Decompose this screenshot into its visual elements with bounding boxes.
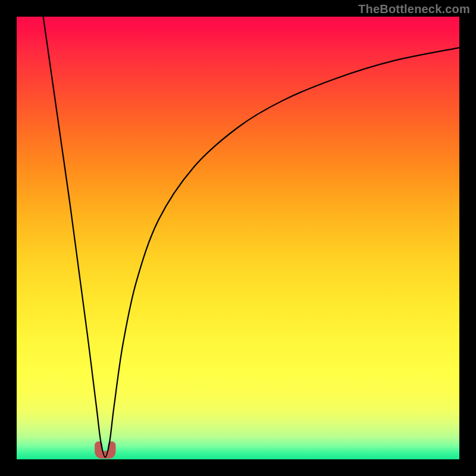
dip-marker bbox=[99, 445, 112, 455]
watermark-text: TheBottleneck.com bbox=[358, 2, 470, 16]
curve-layer bbox=[17, 17, 459, 459]
plot-area bbox=[17, 17, 459, 459]
bottleneck-curve bbox=[43, 17, 459, 457]
chart-frame: TheBottleneck.com bbox=[0, 0, 476, 476]
